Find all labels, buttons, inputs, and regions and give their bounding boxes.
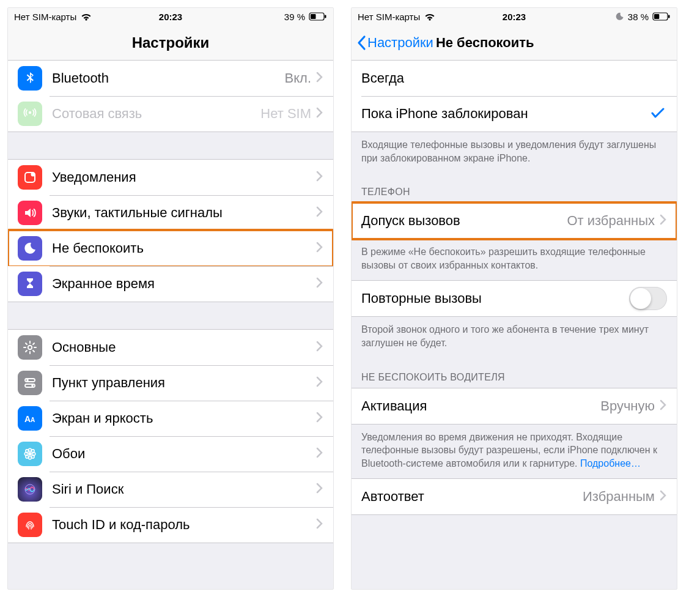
svg-point-20: [26, 456, 29, 459]
row-label: Экранное время: [52, 276, 316, 292]
checkmark-icon: [651, 105, 665, 122]
chevron-right-icon: [316, 171, 323, 184]
svg-rect-24: [654, 14, 659, 19]
row-wallpaper[interactable]: Обои: [8, 436, 333, 472]
group-footer: Второй звонок одного и того же абонента …: [352, 317, 677, 358]
back-button[interactable]: Настройки: [356, 35, 433, 51]
row-value: Вкл.: [285, 70, 312, 86]
row-general[interactable]: Основные: [8, 330, 333, 365]
chevron-right-icon: [316, 277, 323, 291]
siri-icon: [18, 477, 42, 502]
svg-text:A: A: [24, 414, 31, 424]
svg-point-21: [32, 456, 35, 459]
svg-point-13: [28, 452, 32, 456]
svg-text:A: A: [31, 417, 35, 423]
status-bar: Нет SIM-карты 20:23 39 %: [8, 8, 333, 25]
row-label: Экран и яркость: [52, 410, 316, 426]
battery-percent: 38 %: [628, 12, 649, 22]
row-touch-id[interactable]: Touch ID и код-пароль: [8, 507, 333, 543]
row-label: Обои: [52, 446, 316, 462]
settings-list[interactable]: Bluetooth Вкл. Сотовая связь Нет SIM Уве…: [8, 61, 333, 589]
page-title: Не беспокоить: [436, 35, 534, 51]
row-value: Нет SIM: [260, 106, 311, 122]
dnd-screen: Нет SIM-карты 20:23 38 % Настройки Не бе…: [351, 7, 677, 590]
bluetooth-icon: [18, 66, 42, 91]
row-bluetooth[interactable]: Bluetooth Вкл.: [8, 61, 333, 96]
group-footer: Уведомления во время движения не приходя…: [352, 425, 677, 479]
status-time: 20:23: [503, 12, 526, 22]
chevron-right-icon: [316, 412, 323, 425]
row-allow-calls[interactable]: Допуск вызовов От избранных: [352, 203, 677, 239]
nav-bar: Настройки Не беспокоить: [352, 25, 677, 61]
row-label: Siri и Поиск: [52, 481, 316, 497]
wifi-icon: [80, 12, 92, 21]
row-cellular[interactable]: Сотовая связь Нет SIM: [8, 96, 333, 132]
row-label: Звуки, тактильные сигналы: [52, 205, 316, 221]
svg-point-3: [29, 111, 31, 114]
settings-screen: Нет SIM-карты 20:23 39 % Настройки Bluet…: [7, 7, 334, 590]
toggle-repeat-calls[interactable]: [629, 287, 667, 310]
row-notifications[interactable]: Уведомления: [8, 160, 333, 195]
row-label: Основные: [52, 339, 316, 355]
row-control-center[interactable]: Пункт управления: [8, 365, 333, 401]
row-label: Повторные вызовы: [361, 291, 629, 306]
row-do-not-disturb[interactable]: Не беспокоить: [8, 231, 333, 266]
row-label: Сотовая связь: [52, 106, 260, 122]
chevron-right-icon: [316, 447, 323, 461]
chevron-right-icon: [660, 490, 667, 503]
chevron-right-icon: [316, 518, 323, 532]
dnd-status-icon: [616, 12, 624, 21]
svg-point-17: [32, 453, 35, 456]
svg-point-14: [29, 448, 32, 451]
svg-rect-25: [668, 15, 670, 18]
row-screen-time[interactable]: Экранное время: [8, 266, 333, 302]
svg-point-16: [24, 453, 28, 456]
row-siri[interactable]: Siri и Поиск: [8, 472, 333, 507]
chevron-left-icon: [356, 35, 366, 51]
learn-more-link[interactable]: Подробнее…: [580, 458, 641, 469]
row-activation[interactable]: Активация Вручную: [352, 388, 677, 424]
group-header-phone: ТЕЛЕФОН: [352, 173, 677, 202]
row-silence-always[interactable]: Всегда: [352, 61, 677, 96]
row-value: Избранным: [583, 489, 655, 505]
svg-point-10: [31, 385, 34, 387]
row-repeat-calls[interactable]: Повторные вызовы: [352, 281, 677, 316]
moon-icon: [18, 236, 42, 261]
chevron-right-icon: [316, 107, 323, 121]
group-header-driving: НЕ БЕСПОКОИТЬ ВОДИТЕЛЯ: [352, 358, 677, 388]
antenna-icon: [18, 102, 42, 126]
group-spacer: [8, 132, 333, 159]
chevron-right-icon: [660, 399, 667, 413]
svg-point-8: [26, 379, 29, 382]
chevron-right-icon: [316, 483, 323, 496]
row-sounds[interactable]: Звуки, тактильные сигналы: [8, 195, 333, 231]
chevron-right-icon: [316, 206, 323, 220]
row-display[interactable]: AA Экран и яркость: [8, 401, 333, 436]
svg-point-19: [32, 450, 35, 453]
row-label: Допуск вызовов: [361, 213, 567, 229]
chevron-right-icon: [316, 72, 323, 85]
svg-rect-2: [325, 15, 326, 18]
row-label: Не беспокоить: [52, 240, 316, 256]
dnd-list[interactable]: Всегда Пока iPhone заблокирован Входящие…: [352, 61, 677, 589]
nav-bar: Настройки: [8, 25, 333, 61]
row-auto-reply[interactable]: Автоответ Избранным: [352, 479, 677, 514]
svg-point-15: [29, 456, 32, 459]
group-spacer: [8, 302, 333, 329]
chevron-right-icon: [660, 214, 667, 228]
row-label: Активация: [361, 398, 600, 414]
svg-point-5: [31, 172, 35, 177]
row-label: Уведомления: [52, 169, 316, 185]
row-silence-while-locked[interactable]: Пока iPhone заблокирован: [352, 96, 677, 132]
group-footer: В режиме «Не беспокоить» разрешить входя…: [352, 239, 677, 280]
svg-rect-1: [311, 14, 316, 19]
row-label: Bluetooth: [52, 70, 285, 86]
status-time: 20:23: [159, 12, 182, 22]
notifications-icon: [18, 165, 42, 190]
hourglass-icon: [18, 272, 42, 296]
fingerprint-icon: [18, 513, 42, 537]
row-label: Автоответ: [361, 489, 583, 505]
chevron-right-icon: [316, 376, 323, 390]
status-bar: Нет SIM-карты 20:23 38 %: [352, 8, 677, 25]
wifi-icon: [424, 12, 436, 21]
